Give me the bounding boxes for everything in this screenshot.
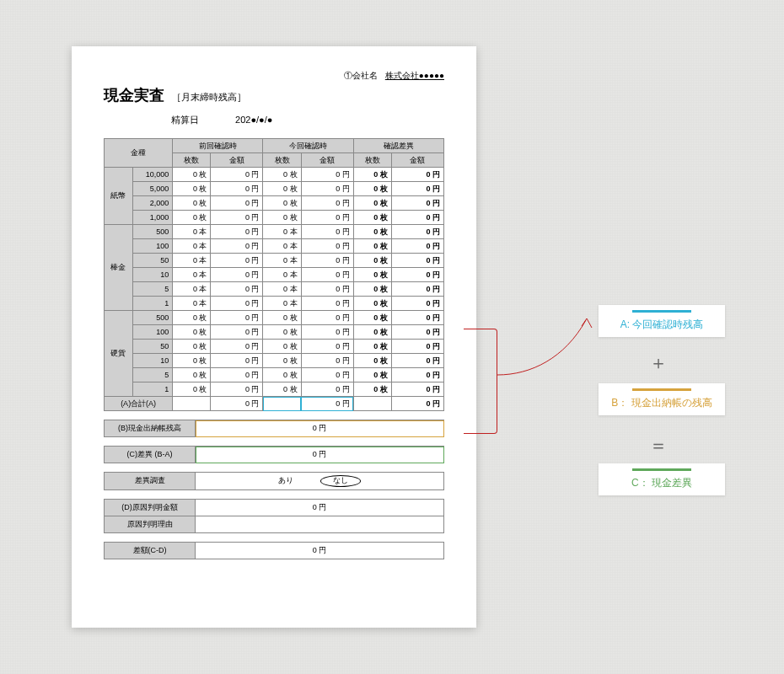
curr-amt: 0 円	[301, 311, 353, 325]
denom-cell: 100	[132, 325, 172, 340]
net-value: 0 円	[196, 542, 444, 559]
category-cell: 紙幣	[105, 168, 133, 225]
curr-qty: 0 枚	[263, 325, 301, 340]
anno-a-text: A: 今回確認時残高	[607, 318, 717, 332]
curr-qty: 0 枚	[263, 311, 301, 325]
prev-qty: 0 枚	[173, 382, 211, 397]
prev-qty: 0 枚	[173, 368, 211, 382]
survey-label: 差異調査	[105, 473, 196, 490]
diff-qty: 0 枚	[353, 325, 391, 340]
diff-qty: 0 枚	[353, 225, 391, 239]
net-row: 差額(C-D) 0 円	[104, 542, 444, 559]
balance-label: (B)現金出納帳残高	[105, 420, 196, 437]
total-diff-qty	[353, 397, 391, 411]
hdr-curr-amt: 金額	[301, 153, 353, 168]
cause-amt-value: 0 円	[196, 499, 444, 516]
diff-label: (C)差異 (B-A)	[105, 447, 196, 463]
diff-value: 0 円	[196, 447, 444, 463]
diff-row: (C)差異 (B-A) 0 円	[104, 446, 444, 463]
diff-amt: 0 円	[391, 382, 443, 397]
prev-qty: 0 枚	[173, 340, 211, 354]
diff-amt: 0 円	[391, 168, 443, 182]
survey-nashi: なし	[320, 475, 361, 487]
diff-qty: 0 枚	[353, 368, 391, 382]
prev-amt: 0 円	[211, 354, 263, 368]
curr-qty: 0 枚	[263, 368, 301, 382]
annotation-a: A: 今回確認時残高	[599, 305, 725, 337]
denom-cell: 500	[132, 225, 172, 239]
survey-row: 差異調査 あり なし	[104, 472, 444, 490]
company-label: ①会社名	[344, 71, 378, 80]
prev-qty: 0 枚	[173, 354, 211, 368]
curr-amt: 0 円	[301, 354, 353, 368]
hdr-diff-qty: 枚数	[353, 153, 391, 168]
diff-amt: 0 円	[391, 325, 443, 340]
diff-qty: 0 枚	[353, 168, 391, 182]
diff-qty: 0 枚	[353, 297, 391, 311]
diff-amt: 0 円	[391, 368, 443, 382]
diff-qty: 0 枚	[353, 311, 391, 325]
diff-amt: 0 円	[391, 239, 443, 254]
prev-amt: 0 円	[211, 382, 263, 397]
prev-amt: 0 円	[211, 168, 263, 182]
prev-amt: 0 円	[211, 225, 263, 239]
operator-plus: ＋	[649, 350, 668, 376]
curr-qty: 0 枚	[263, 168, 301, 182]
curr-amt: 0 円	[301, 340, 353, 354]
prev-amt: 0 円	[211, 311, 263, 325]
hdr-curr-qty: 枚数	[263, 153, 301, 168]
category-cell: 硬貨	[105, 311, 133, 397]
anno-c-text: C： 現金差異	[607, 476, 717, 490]
bracket-line	[464, 329, 497, 434]
total-label: (A)合計(A)	[105, 397, 173, 411]
curr-amt: 0 円	[301, 211, 353, 225]
curr-qty: 0 本	[263, 268, 301, 282]
curr-qty: 0 本	[263, 239, 301, 254]
total-curr-qty	[263, 397, 301, 411]
total-diff-amt: 0 円	[391, 397, 443, 411]
diff-amt: 0 円	[391, 196, 443, 211]
balance-row: (B)現金出納帳残高 0 円	[104, 420, 444, 437]
category-cell: 棒金	[105, 225, 133, 311]
curr-amt: 0 円	[301, 297, 353, 311]
diff-amt: 0 円	[391, 254, 443, 268]
curr-qty: 0 枚	[263, 196, 301, 211]
prev-qty: 0 本	[173, 297, 211, 311]
annotation-b: B： 現金出納帳の残高	[599, 383, 725, 415]
hdr-curr: 今回確認時	[263, 139, 353, 153]
diff-amt: 0 円	[391, 225, 443, 239]
denom-cell: 50	[132, 340, 172, 354]
curr-qty: 0 本	[263, 297, 301, 311]
diff-amt: 0 円	[391, 268, 443, 282]
hdr-kind: 金種	[105, 139, 173, 168]
cause-amt-label: (D)原因判明金額	[105, 499, 196, 516]
denom-cell: 500	[132, 311, 172, 325]
curr-amt: 0 円	[301, 325, 353, 340]
denom-cell: 10	[132, 268, 172, 282]
prev-qty: 0 枚	[173, 311, 211, 325]
cause-table: (D)原因判明金額 0 円 原因判明理由	[104, 499, 444, 533]
diff-qty: 0 枚	[353, 382, 391, 397]
denom-cell: 1,000	[132, 211, 172, 225]
survey-value: あり なし	[196, 473, 444, 490]
prev-qty: 0 本	[173, 254, 211, 268]
anno-b-text: B： 現金出納帳の残高	[607, 396, 717, 410]
date-label: 精算日	[171, 115, 199, 125]
net-label: 差額(C-D)	[105, 542, 196, 559]
company-row: ①会社名 株式会社●●●●●	[104, 70, 444, 82]
denom-cell: 10,000	[132, 168, 172, 182]
total-prev-amt: 0 円	[211, 397, 263, 411]
cash-grid: 金種 前回確認時 今回確認時 確認差異 枚数 金額 枚数 金額 枚数 金額 紙幣…	[104, 138, 444, 411]
prev-amt: 0 円	[211, 239, 263, 254]
diff-amt: 0 円	[391, 311, 443, 325]
denom-cell: 5	[132, 282, 172, 297]
prev-amt: 0 円	[211, 268, 263, 282]
diff-amt: 0 円	[391, 211, 443, 225]
date-row: 精算日 202●/●/●	[171, 114, 444, 126]
date-value: 202●/●/●	[235, 115, 272, 125]
prev-amt: 0 円	[211, 325, 263, 340]
prev-amt: 0 円	[211, 368, 263, 382]
curr-amt: 0 円	[301, 254, 353, 268]
doc-subtitle: ［月末締時残高］	[172, 92, 246, 102]
diff-amt: 0 円	[391, 340, 443, 354]
